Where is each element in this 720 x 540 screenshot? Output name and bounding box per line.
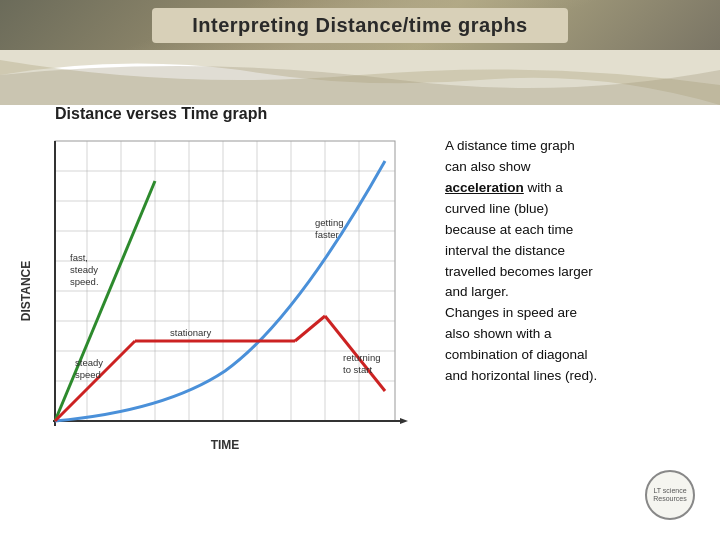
acceleration-bold: acceleration: [445, 180, 524, 195]
svg-text:steady: steady: [70, 264, 98, 275]
svg-text:TIME: TIME: [211, 438, 240, 452]
svg-text:steady: steady: [75, 357, 103, 368]
page-title: Interpreting Distance/time graphs: [152, 8, 567, 43]
logo-text: LT science Resources: [650, 484, 689, 507]
svg-text:speed: speed: [75, 369, 101, 380]
svg-text:stationary: stationary: [170, 327, 211, 338]
logo-circle: LT science Resources: [645, 470, 695, 520]
subtitle: Distance verses Time graph: [55, 105, 720, 123]
wave-decoration: [0, 50, 720, 105]
content-area: Distance verses Time graph: [0, 105, 720, 540]
svg-rect-0: [55, 141, 395, 421]
svg-text:getting: getting: [315, 217, 344, 228]
description-text: A distance time graph can also show acce…: [445, 136, 705, 387]
graph-area: DISTANCE TIME fast, steady s: [15, 131, 435, 540]
logo-area: LT science Resources: [645, 470, 700, 525]
main-layout: DISTANCE TIME fast, steady s: [0, 131, 720, 540]
header-bar: Interpreting Distance/time graphs: [0, 0, 720, 50]
svg-text:returning: returning: [343, 352, 381, 363]
svg-text:faster: faster: [315, 229, 339, 240]
svg-text:to start: to start: [343, 364, 372, 375]
svg-marker-20: [400, 418, 408, 424]
svg-text:DISTANCE: DISTANCE: [19, 261, 33, 321]
svg-text:speed.: speed.: [70, 276, 99, 287]
svg-text:fast,: fast,: [70, 252, 88, 263]
